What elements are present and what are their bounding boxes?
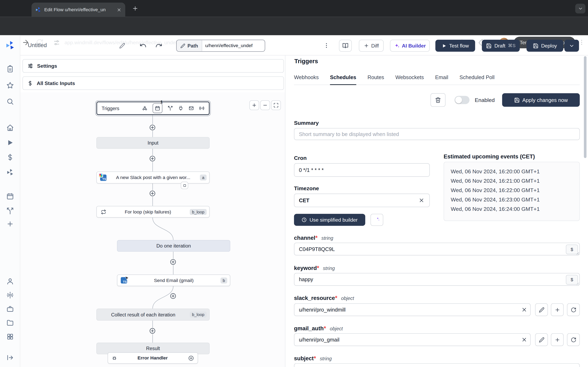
email-trigger-icon[interactable] — [189, 106, 194, 111]
triggers-node[interactable]: Triggers 1 — [96, 101, 210, 115]
slack-step-node[interactable]: TS A new Slack post with a given wor... … — [96, 171, 210, 184]
apply-changes-label: Apply changes now — [522, 97, 568, 103]
webhook-trigger-icon[interactable] — [142, 106, 147, 111]
tab-webhooks[interactable]: Webhooks — [294, 74, 319, 85]
slack-step-badge: a — [200, 175, 207, 180]
keyword-input-wrap: $ — [294, 273, 580, 286]
subject-input[interactable] — [294, 363, 580, 367]
tab-email[interactable]: Email — [435, 74, 448, 85]
edit-resource-button[interactable] — [535, 333, 548, 346]
refresh-resource-button[interactable] — [567, 303, 580, 316]
error-handler-node[interactable]: Error Handler — [108, 352, 198, 364]
clear-slack-resource-icon[interactable] — [521, 307, 527, 313]
magic-wand-icon — [374, 217, 380, 223]
insert-step-button[interactable] — [170, 293, 176, 299]
slack-resource-input[interactable] — [294, 303, 531, 316]
zoom-in-button[interactable] — [249, 100, 259, 110]
early-stop-button[interactable] — [181, 182, 188, 189]
tab-scheduled-poll[interactable]: Scheduled Poll — [459, 74, 495, 85]
insert-step-button[interactable] — [149, 328, 156, 334]
schedule-trigger-selected[interactable]: 1 — [153, 103, 163, 113]
simplified-builder-label: Use simplified builder — [310, 217, 358, 223]
gmail-auth-input[interactable] — [294, 333, 531, 346]
ai-cron-button[interactable] — [371, 214, 383, 226]
summary-input[interactable] — [294, 128, 580, 140]
insert-variable-button[interactable]: $ — [566, 275, 578, 285]
channel-field-label: channel*string — [294, 234, 333, 241]
upcoming-event: Wed, 06 Nov 2024, 16:20:00 GMT+1 — [451, 167, 573, 176]
clear-gmail-auth-icon[interactable] — [521, 337, 527, 342]
schedule-count-badge: 1 — [160, 100, 163, 104]
error-handler-label: Error Handler — [120, 355, 185, 361]
cron-label: Cron — [294, 155, 307, 161]
maximize-icon — [273, 103, 279, 108]
screen: Edit Flow u/henri/effective_un app.windm… — [0, 0, 588, 367]
delete-schedule-button[interactable] — [431, 93, 445, 107]
fit-view-button[interactable] — [271, 100, 281, 110]
trash-icon — [435, 97, 441, 103]
mouse-cursor-icon — [124, 276, 130, 281]
insert-step-button[interactable] — [149, 190, 156, 197]
collect-node-badge: b_loop — [190, 312, 207, 317]
input-node[interactable]: Input — [96, 137, 210, 149]
clear-timezone-icon[interactable] — [419, 197, 424, 203]
minus-icon — [263, 103, 268, 108]
collect-node[interactable]: Collect result of each iteration b_loop — [96, 309, 210, 320]
email-step-node[interactable]: TS Send Email (gmail) b — [117, 275, 230, 286]
timezone-input[interactable] — [294, 194, 430, 207]
keyword-input[interactable] — [294, 273, 580, 286]
edit-resource-button[interactable] — [535, 303, 548, 316]
websocket-trigger-icon[interactable] — [178, 106, 183, 111]
triggers-tabs: Webhooks Schedules Routes Websockets Ema… — [294, 74, 580, 85]
triggers-panel-title: Triggers — [294, 58, 318, 65]
plus-icon — [554, 337, 560, 342]
upcoming-event: Wed, 06 Nov 2024, 16:23:00 GMT+1 — [451, 195, 573, 205]
tab-schedules[interactable]: Schedules — [330, 74, 356, 85]
timezone-label: Timezone — [294, 185, 319, 191]
tab-websockets[interactable]: Websockets — [395, 74, 424, 85]
refresh-icon — [571, 307, 576, 313]
add-resource-button[interactable] — [551, 333, 563, 346]
save-icon — [514, 97, 520, 103]
forloop-step-badge: b_loop — [190, 209, 207, 215]
channel-input[interactable] — [294, 243, 580, 255]
cron-input[interactable] — [294, 163, 430, 177]
zoom-out-button[interactable] — [260, 100, 270, 110]
iteration-node[interactable]: Do one iteration — [117, 240, 230, 252]
collect-node-label: Collect result of each iteration — [97, 312, 190, 317]
bug-icon — [112, 355, 117, 361]
insert-step-button[interactable] — [170, 259, 176, 265]
insert-variable-button[interactable]: $ — [566, 244, 578, 254]
pencil-icon — [539, 337, 544, 342]
triggers-node-label: Triggers — [102, 105, 120, 111]
enabled-toggle[interactable] — [454, 96, 469, 104]
refresh-icon — [571, 337, 576, 342]
keyword-field-label: keyword*string — [294, 265, 335, 272]
upcoming-events-box: Wed, 06 Nov 2024, 16:20:00 GMT+1 Wed, 06… — [444, 162, 580, 221]
panel-scrollbar[interactable] — [584, 56, 587, 158]
pencil-icon — [539, 307, 544, 313]
plus-icon — [251, 103, 257, 108]
upcoming-event: Wed, 06 Nov 2024, 16:21:00 GMT+1 — [451, 176, 573, 186]
refresh-resource-button[interactable] — [567, 333, 580, 346]
calendar-icon — [155, 106, 160, 111]
email-step-label: Send Email (gmail) — [127, 278, 221, 283]
add-error-handler-icon[interactable] — [188, 355, 194, 361]
panel-divider — [285, 55, 285, 367]
tab-routes[interactable]: Routes — [367, 74, 384, 85]
result-node-label: Result — [146, 346, 160, 351]
plus-icon — [554, 307, 560, 313]
simplified-builder-button[interactable]: Use simplified builder — [294, 214, 365, 226]
typescript-icon: TS — [100, 174, 106, 181]
forloop-step-node[interactable]: For loop (skip failures) b_loop — [96, 206, 210, 217]
slack-resource-field-label: slack_resource*object — [294, 295, 354, 301]
insert-step-button[interactable] — [149, 155, 156, 162]
loop-icon — [101, 209, 106, 215]
poll-trigger-icon[interactable] — [199, 106, 204, 111]
iteration-node-label: Do one iteration — [156, 243, 191, 249]
add-resource-button[interactable] — [551, 303, 563, 316]
routes-trigger-icon[interactable] — [168, 106, 173, 111]
apply-changes-button[interactable]: Apply changes now — [502, 93, 580, 107]
insert-step-button[interactable] — [149, 124, 156, 131]
slack-step-label: A new Slack post with a given wor... — [107, 175, 200, 180]
